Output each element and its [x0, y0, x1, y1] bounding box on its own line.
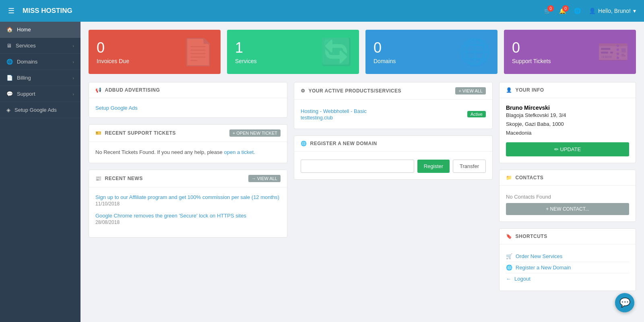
- news-body: Sign up to our Affiliate program and get…: [89, 187, 287, 237]
- logout-link[interactable]: ← Logout: [506, 276, 629, 282]
- products-icon: ⚙: [301, 88, 305, 94]
- products-title: YOUR ACTIVE PRODUCTS/SERVICES: [309, 88, 402, 94]
- services-icon: 🖥: [6, 43, 12, 49]
- news-view-all-button[interactable]: → VIEW ALL: [248, 175, 281, 182]
- right-column: 👤 YOUR INFO Bruno Mircevski Blagoja Stef…: [499, 82, 636, 297]
- sidebar: 🏠 Home 🖥 Services › 🌐 Domains › 📄 Billin…: [0, 22, 80, 322]
- stat-card-invoices[interactable]: 📄 0 Invoices Due: [89, 30, 221, 74]
- sidebar-item-domains[interactable]: 🌐 Domains ›: [0, 54, 80, 70]
- tickets-icon: 🎫: [95, 130, 102, 136]
- your-info-body: Bruno Mircevski Blagoja Stefkovski 19, 3…: [500, 98, 636, 163]
- tickets-body: No Recent Tickets Found. If you need any…: [89, 142, 287, 163]
- news-header: 📰 RECENT NEWS → VIEW ALL: [89, 170, 287, 187]
- register-domain-button[interactable]: Register: [417, 160, 450, 173]
- chevron-right-icon: ›: [72, 59, 74, 64]
- domain-search-row: Register Transfer: [301, 160, 486, 173]
- sidebar-item-home[interactable]: 🏠 Home: [0, 22, 80, 38]
- news-link-1[interactable]: Sign up to our Affiliate program and get…: [95, 194, 279, 200]
- sidebar-item-services[interactable]: 🖥 Services ›: [0, 38, 80, 54]
- home-icon: 🏠: [6, 27, 13, 33]
- cart-shortcut-icon: 🛒: [506, 253, 512, 259]
- alert-icon-wrap[interactable]: 🔔 0: [559, 8, 566, 14]
- product-name-link[interactable]: Hosting - Webbhotell - Basic: [301, 108, 367, 114]
- user-name: Bruno Mircevski: [506, 105, 550, 111]
- order-services-link[interactable]: 🛒 Order New Services: [506, 253, 629, 259]
- advertising-body: Setup Google Ads: [89, 98, 287, 117]
- advertising-title: ADBUD ADVERTISING: [105, 87, 160, 93]
- stat-card-services[interactable]: 🔄 1 Services: [227, 30, 359, 74]
- top-navigation: ☰ MISS HOSTING 🛒 0 🔔 0 🌐 👤 Hello, Bruno!…: [0, 0, 644, 22]
- invoices-bg-icon: 📄: [182, 37, 214, 67]
- product-status-badge: Active: [467, 111, 486, 117]
- your-info-card: 👤 YOUR INFO Bruno Mircevski Blagoja Stef…: [499, 82, 636, 163]
- domain-search-input[interactable]: [301, 160, 414, 173]
- user-menu[interactable]: 👤 Hello, Bruno! ▾: [589, 8, 636, 14]
- cart-icon-wrap[interactable]: 🛒 0: [544, 8, 551, 14]
- domain-body: Register Transfer: [294, 152, 492, 179]
- hamburger-icon[interactable]: ☰: [8, 6, 14, 15]
- open-ticket-link[interactable]: open a ticket.: [224, 149, 255, 155]
- user-greeting: Hello, Bruno!: [598, 8, 631, 14]
- open-new-ticket-button[interactable]: + OPEN NEW TICKET: [229, 129, 281, 137]
- user-icon: 👤: [589, 8, 596, 14]
- support-icon: 💬: [6, 91, 13, 97]
- shortcuts-header: 🔖 SHORTCUTS: [500, 229, 636, 244]
- news-title: RECENT NEWS: [105, 176, 143, 181]
- chat-icon: 💬: [619, 297, 630, 308]
- dropdown-arrow-icon: ▾: [633, 8, 636, 14]
- sidebar-item-support[interactable]: 💬 Support ›: [0, 86, 80, 102]
- chevron-right-icon: ›: [72, 43, 74, 48]
- chat-button[interactable]: 💬: [615, 293, 634, 312]
- contacts-empty-text: No Contacts Found: [506, 192, 629, 203]
- globe-icon: 🌐: [574, 8, 581, 14]
- shortcuts-card: 🔖 SHORTCUTS 🛒 Order New Services: [499, 228, 636, 291]
- products-header: ⚙ YOUR ACTIVE PRODUCTS/SERVICES + VIEW A…: [294, 82, 492, 100]
- active-products-card: ⚙ YOUR ACTIVE PRODUCTS/SERVICES + VIEW A…: [294, 82, 493, 129]
- shortcuts-icon: 🔖: [506, 234, 512, 239]
- new-contact-button[interactable]: + NEW CONTACT...: [506, 203, 629, 215]
- setup-google-ads-link[interactable]: Setup Google Ads: [95, 105, 138, 111]
- middle-column: ⚙ YOUR ACTIVE PRODUCTS/SERVICES + VIEW A…: [294, 82, 493, 186]
- stat-card-domains[interactable]: 🌐 0 Domains: [365, 30, 497, 74]
- your-info-title: YOUR INFO: [516, 87, 544, 93]
- sidebar-item-label: Services: [16, 43, 36, 49]
- news-link-2[interactable]: Google Chrome removes the green 'Secure'…: [95, 213, 246, 219]
- user-address1: Blagoja Stefkovski 19, 3/4: [506, 111, 629, 120]
- news-item-2: Google Chrome removes the green 'Secure'…: [95, 212, 281, 225]
- billing-icon: 📄: [6, 75, 13, 81]
- news-date-1: 11/10/2018: [95, 201, 281, 207]
- shortcut-item-logout: ← Logout: [506, 273, 629, 284]
- view-all-products-button[interactable]: + VIEW ALL: [455, 87, 486, 94]
- sidebar-item-label: Billing: [17, 75, 31, 81]
- sidebar-item-setup-google-ads[interactable]: ◈ Setup Google Ads: [0, 102, 80, 118]
- google-ads-icon: ◈: [6, 107, 10, 113]
- main-content: 📄 0 Invoices Due 🔄 1 Services 🌐 0 Domain…: [80, 22, 644, 322]
- transfer-domain-button[interactable]: Transfer: [453, 160, 486, 173]
- brand-logo: MISS HOSTING: [23, 7, 544, 15]
- shortcut-item-domain: 🌐 Register a New Domain: [506, 262, 629, 273]
- news-item-1: Sign up to our Affiliate program and get…: [95, 194, 281, 207]
- globe-icon-wrap[interactable]: 🌐: [574, 8, 581, 14]
- user-address3: Macedonia: [506, 129, 629, 137]
- chevron-right-icon: ›: [72, 92, 74, 96]
- shortcuts-body: 🛒 Order New Services 🌐 Register a New Do…: [500, 244, 636, 291]
- contacts-body: No Contacts Found + NEW CONTACT...: [500, 186, 636, 222]
- register-domain-shortcut-link[interactable]: 🌐 Register a New Domain: [506, 265, 629, 271]
- advertising-icon: 📢: [95, 87, 102, 93]
- stat-cards-row: 📄 0 Invoices Due 🔄 1 Services 🌐 0 Domain…: [89, 30, 636, 74]
- stat-card-support[interactable]: 🎫 0 Support Tickets: [504, 30, 636, 74]
- products-body: Hosting - Webbhotell - Basic testtesting…: [294, 100, 492, 129]
- sidebar-item-label: Setup Google Ads: [14, 107, 57, 113]
- chevron-right-icon: ›: [72, 76, 74, 80]
- register-domain-card: 🌐 REGISTER A NEW DOMAIN Register Transfe…: [294, 135, 493, 180]
- domains-bg-icon: 🌐: [459, 37, 491, 67]
- recent-news-card: 📰 RECENT NEWS → VIEW ALL Sign up to our …: [89, 170, 287, 238]
- contacts-icon: 📁: [506, 175, 512, 180]
- contacts-title: CONTACTS: [516, 175, 544, 180]
- contacts-card: 📁 CONTACTS No Contacts Found + NEW CONTA…: [499, 170, 636, 222]
- register-domain-title: REGISTER A NEW DOMAIN: [310, 141, 377, 146]
- update-info-button[interactable]: ✏ UPDATE: [506, 142, 629, 156]
- sidebar-item-billing[interactable]: 📄 Billing ›: [0, 70, 80, 86]
- product-domain-link[interactable]: testtesting.club: [301, 115, 333, 121]
- advertising-card: 📢 ADBUD ADVERTISING Setup Google Ads: [89, 82, 287, 118]
